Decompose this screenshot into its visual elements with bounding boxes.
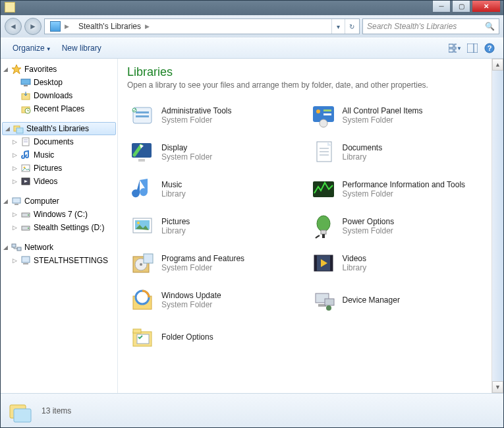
tree-label: Recent Places — [34, 104, 84, 113]
close-button[interactable]: ✕ — [472, 1, 501, 13]
library-item[interactable]: Folder Options — [127, 321, 302, 353]
refresh-button[interactable]: ↻ — [345, 19, 358, 34]
address-dropdown-button[interactable]: ▾ — [331, 19, 345, 34]
disclosure-triangle-icon[interactable]: ◢ — [3, 198, 11, 204]
disclosure-triangle-icon[interactable]: ▷ — [13, 165, 20, 171]
library-item[interactable]: Performance Information and ToolsSystem … — [308, 173, 483, 206]
main-pane: Libraries Open a library to see your fil… — [118, 59, 503, 393]
library-item[interactable]: All Control Panel ItemsSystem Folder — [308, 99, 483, 132]
svg-rect-56 — [322, 234, 325, 238]
minimize-button[interactable]: ─ — [432, 1, 451, 13]
item-subtitle: System Folder — [161, 263, 244, 272]
svg-rect-24 — [14, 204, 18, 205]
tree-group-favorites[interactable]: ◢Favorites — [1, 63, 117, 76]
disclosure-triangle-icon[interactable]: ◢ — [3, 244, 11, 251]
svg-point-41 — [320, 119, 327, 127]
library-item[interactable]: Power OptionsSystem Folder — [308, 210, 483, 243]
search-input[interactable]: Search Stealth's Libraries 🔍 — [362, 18, 499, 34]
library-item[interactable]: Administrative ToolsSystem Folder — [127, 99, 302, 132]
disclosure-triangle-icon[interactable]: ▷ — [13, 138, 20, 145]
tree-item[interactable]: ▷Pictures — [1, 162, 117, 175]
item-subtitle: Library — [161, 189, 186, 199]
tree-item[interactable]: ▷Stealth Settings (D:) — [1, 221, 117, 234]
svg-rect-0 — [449, 44, 453, 47]
tree-item[interactable]: Recent Places — [1, 102, 117, 115]
disclosure-triangle-icon[interactable]: ◢ — [3, 66, 11, 73]
tree-item[interactable]: Downloads — [1, 89, 117, 102]
scroll-up-button[interactable]: ▲ — [492, 59, 503, 71]
item-name: Display — [161, 143, 212, 152]
breadcrumb-root[interactable]: ▶ — [46, 19, 74, 34]
maximize-button[interactable]: ▢ — [452, 1, 470, 13]
doc-icon — [20, 137, 31, 147]
svg-rect-69 — [325, 299, 334, 305]
tree-group-computer[interactable]: ◢Computer — [1, 195, 117, 208]
tree-group-stealth-s-libraries[interactable]: ◢Stealth's Libraries — [2, 122, 116, 135]
item-name: Performance Information and Tools — [343, 180, 466, 189]
pictures-icon — [128, 212, 156, 240]
scroll-track[interactable] — [492, 71, 503, 381]
breadcrumb-item[interactable]: Stealth's Libraries ▶ — [74, 19, 155, 34]
tree-label: Stealth Settings (D:) — [34, 223, 104, 232]
programs-icon — [128, 249, 156, 277]
library-item[interactable]: VideosLibrary — [308, 247, 483, 280]
svg-point-53 — [137, 222, 140, 224]
tree-item[interactable]: ▷Windows 7 (C:) — [1, 208, 117, 221]
new-library-button[interactable]: New library — [57, 41, 107, 55]
organize-button[interactable]: Organize▼ — [7, 41, 57, 55]
drive-icon — [20, 209, 31, 220]
tree-label: Computer — [24, 197, 59, 206]
scroll-down-button[interactable]: ▼ — [492, 381, 503, 393]
toolbar: Organize▼ New library ▼ ? — [1, 38, 503, 59]
titlebar[interactable]: ─ ▢ ✕ — [1, 1, 503, 15]
tree-label: Videos — [34, 177, 57, 186]
videos-icon — [310, 249, 337, 277]
disclosure-triangle-icon[interactable]: ▷ — [13, 178, 20, 185]
item-name: Power Options — [343, 217, 395, 226]
help-button[interactable]: ? — [482, 41, 497, 55]
item-subtitle: System Folder — [343, 226, 395, 235]
music-icon — [20, 150, 31, 160]
nav-tree: ◢FavoritesDesktopDownloadsRecent Places◢… — [1, 59, 118, 393]
disclosure-triangle-icon[interactable]: ▷ — [13, 211, 20, 218]
disclosure-triangle-icon[interactable]: ◢ — [5, 125, 13, 132]
library-item[interactable]: DisplaySystem Folder — [127, 136, 302, 169]
tree-item[interactable]: Desktop — [1, 76, 117, 89]
svg-rect-34 — [136, 111, 149, 113]
tree-label: Downloads — [34, 91, 72, 100]
library-item[interactable]: Device Manager — [308, 284, 483, 317]
display-icon — [128, 138, 156, 166]
tree-item[interactable]: ▷Documents — [1, 135, 117, 148]
svg-rect-10 — [24, 85, 28, 86]
library-item[interactable]: Windows UpdateSystem Folder — [127, 284, 302, 317]
svg-rect-32 — [23, 263, 28, 264]
pc-icon — [20, 255, 31, 266]
item-subtitle: System Folder — [161, 152, 212, 162]
disclosure-triangle-icon[interactable]: ▷ — [13, 224, 20, 231]
svg-rect-44 — [138, 159, 145, 162]
view-options-button[interactable]: ▼ — [448, 41, 462, 55]
tree-item[interactable]: ▷STEALTHSETTINGS — [1, 254, 117, 267]
library-item[interactable]: DocumentsLibrary — [308, 136, 483, 169]
chevron-right-icon: ▶ — [144, 23, 151, 30]
disclosure-triangle-icon[interactable]: ▷ — [13, 257, 20, 264]
svg-rect-39 — [323, 109, 331, 111]
disclosure-triangle-icon[interactable]: ▷ — [13, 152, 20, 158]
item-count-label: 13 items — [42, 406, 71, 415]
items-grid: Administrative ToolsSystem FolderAll Con… — [127, 99, 482, 353]
tree-item[interactable]: ▷Videos — [1, 175, 117, 188]
address-bar[interactable]: ▶ Stealth's Libraries ▶ ▾ ↻ — [44, 18, 360, 34]
libraries-icon — [50, 21, 61, 32]
forward-button[interactable]: ► — [24, 18, 42, 35]
library-item[interactable]: PicturesLibrary — [127, 210, 302, 243]
vertical-scrollbar[interactable]: ▲ ▼ — [491, 59, 503, 393]
svg-point-59 — [140, 263, 142, 266]
tree-group-network[interactable]: ◢Network — [1, 241, 117, 254]
preview-pane-button[interactable] — [465, 41, 480, 55]
library-item[interactable]: MusicLibrary — [127, 173, 302, 206]
svg-point-26 — [28, 214, 29, 216]
libraries-icon — [13, 123, 24, 134]
tree-item[interactable]: ▷Music — [1, 148, 117, 162]
back-button[interactable]: ◄ — [5, 18, 22, 35]
library-item[interactable]: Programs and FeaturesSystem Folder — [127, 247, 302, 280]
